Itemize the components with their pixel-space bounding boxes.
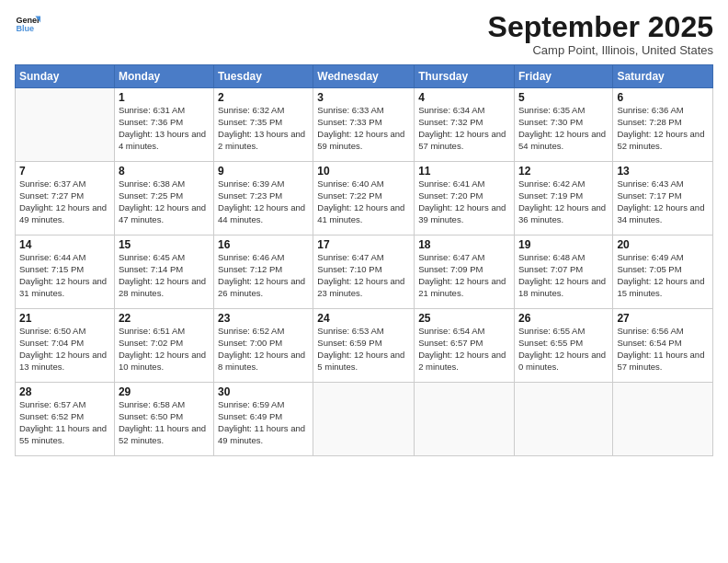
- table-row: 12Sunrise: 6:42 AMSunset: 7:19 PMDayligh…: [514, 162, 612, 236]
- day-info: Sunrise: 6:37 AMSunset: 7:27 PMDaylight:…: [19, 178, 110, 225]
- day-info: Sunrise: 6:50 AMSunset: 7:04 PMDaylight:…: [19, 326, 110, 373]
- day-number: 10: [317, 165, 410, 178]
- day-info: Sunrise: 6:36 AMSunset: 7:28 PMDaylight:…: [617, 105, 709, 152]
- col-thursday: Thursday: [415, 65, 515, 88]
- day-number: 9: [218, 165, 309, 178]
- table-row: 27Sunrise: 6:56 AMSunset: 6:54 PMDayligh…: [613, 309, 713, 383]
- table-row: 18Sunrise: 6:47 AMSunset: 7:09 PMDayligh…: [415, 236, 515, 309]
- day-number: 1: [119, 91, 210, 104]
- day-number: 15: [119, 238, 210, 251]
- table-row: 13Sunrise: 6:43 AMSunset: 7:17 PMDayligh…: [613, 162, 713, 236]
- col-monday: Monday: [114, 65, 213, 88]
- day-info: Sunrise: 6:32 AMSunset: 7:35 PMDaylight:…: [218, 105, 309, 152]
- day-info: Sunrise: 6:35 AMSunset: 7:30 PMDaylight:…: [518, 105, 609, 152]
- calendar-week-row: 28Sunrise: 6:57 AMSunset: 6:52 PMDayligh…: [16, 383, 713, 456]
- table-row: 30Sunrise: 6:59 AMSunset: 6:49 PMDayligh…: [214, 383, 313, 456]
- header: General Blue September 2025 Camp Point, …: [15, 11, 713, 57]
- month-title: September 2025: [488, 11, 713, 43]
- day-info: Sunrise: 6:59 AMSunset: 6:49 PMDaylight:…: [218, 399, 309, 446]
- day-number: 21: [19, 312, 110, 325]
- day-info: Sunrise: 6:49 AMSunset: 7:05 PMDaylight:…: [617, 252, 709, 299]
- day-info: Sunrise: 6:41 AMSunset: 7:20 PMDaylight:…: [418, 178, 510, 225]
- day-info: Sunrise: 6:34 AMSunset: 7:32 PMDaylight:…: [418, 105, 510, 152]
- day-number: 19: [518, 238, 609, 251]
- col-tuesday: Tuesday: [214, 65, 313, 88]
- day-info: Sunrise: 6:53 AMSunset: 6:59 PMDaylight:…: [317, 326, 410, 373]
- day-info: Sunrise: 6:56 AMSunset: 6:54 PMDaylight:…: [617, 326, 709, 373]
- day-info: Sunrise: 6:54 AMSunset: 6:57 PMDaylight:…: [418, 326, 510, 373]
- day-info: Sunrise: 6:46 AMSunset: 7:12 PMDaylight:…: [218, 252, 309, 299]
- table-row: [16, 88, 115, 162]
- table-row: [313, 383, 415, 456]
- calendar-week-row: 21Sunrise: 6:50 AMSunset: 7:04 PMDayligh…: [16, 309, 713, 383]
- day-info: Sunrise: 6:44 AMSunset: 7:15 PMDaylight:…: [19, 252, 110, 299]
- day-number: 6: [617, 91, 709, 104]
- day-info: Sunrise: 6:33 AMSunset: 7:33 PMDaylight:…: [317, 105, 410, 152]
- day-info: Sunrise: 6:47 AMSunset: 7:10 PMDaylight:…: [317, 252, 410, 299]
- calendar-week-row: 7Sunrise: 6:37 AMSunset: 7:27 PMDaylight…: [16, 162, 713, 236]
- day-number: 11: [418, 165, 510, 178]
- table-row: 25Sunrise: 6:54 AMSunset: 6:57 PMDayligh…: [415, 309, 515, 383]
- table-row: 11Sunrise: 6:41 AMSunset: 7:20 PMDayligh…: [415, 162, 515, 236]
- table-row: 17Sunrise: 6:47 AMSunset: 7:10 PMDayligh…: [313, 236, 415, 309]
- col-sunday: Sunday: [16, 65, 115, 88]
- day-info: Sunrise: 6:57 AMSunset: 6:52 PMDaylight:…: [19, 399, 110, 446]
- location: Camp Point, Illinois, United States: [488, 43, 713, 57]
- table-row: [415, 383, 515, 456]
- table-row: 23Sunrise: 6:52 AMSunset: 7:00 PMDayligh…: [214, 309, 313, 383]
- logo-icon: General Blue: [15, 11, 40, 37]
- table-row: 28Sunrise: 6:57 AMSunset: 6:52 PMDayligh…: [16, 383, 115, 456]
- day-info: Sunrise: 6:42 AMSunset: 7:19 PMDaylight:…: [518, 178, 609, 225]
- table-row: 2Sunrise: 6:32 AMSunset: 7:35 PMDaylight…: [214, 88, 313, 162]
- table-row: 15Sunrise: 6:45 AMSunset: 7:14 PMDayligh…: [114, 236, 213, 309]
- day-number: 8: [119, 165, 210, 178]
- table-row: 24Sunrise: 6:53 AMSunset: 6:59 PMDayligh…: [313, 309, 415, 383]
- day-number: 20: [617, 238, 709, 251]
- table-row: 4Sunrise: 6:34 AMSunset: 7:32 PMDaylight…: [415, 88, 515, 162]
- table-row: 22Sunrise: 6:51 AMSunset: 7:02 PMDayligh…: [114, 309, 213, 383]
- day-info: Sunrise: 6:51 AMSunset: 7:02 PMDaylight:…: [119, 326, 210, 373]
- table-row: 1Sunrise: 6:31 AMSunset: 7:36 PMDaylight…: [114, 88, 213, 162]
- day-number: 24: [317, 312, 410, 325]
- day-number: 29: [119, 385, 210, 398]
- calendar-week-row: 1Sunrise: 6:31 AMSunset: 7:36 PMDaylight…: [16, 88, 713, 162]
- day-number: 2: [218, 91, 309, 104]
- svg-text:Blue: Blue: [16, 24, 34, 33]
- day-number: 12: [518, 165, 609, 178]
- day-info: Sunrise: 6:45 AMSunset: 7:14 PMDaylight:…: [119, 252, 210, 299]
- day-number: 16: [218, 238, 309, 251]
- logo: General Blue: [15, 11, 40, 37]
- table-row: 16Sunrise: 6:46 AMSunset: 7:12 PMDayligh…: [214, 236, 313, 309]
- table-row: 8Sunrise: 6:38 AMSunset: 7:25 PMDaylight…: [114, 162, 213, 236]
- table-row: 20Sunrise: 6:49 AMSunset: 7:05 PMDayligh…: [613, 236, 713, 309]
- day-number: 5: [518, 91, 609, 104]
- table-row: 29Sunrise: 6:58 AMSunset: 6:50 PMDayligh…: [114, 383, 213, 456]
- table-row: 6Sunrise: 6:36 AMSunset: 7:28 PMDaylight…: [613, 88, 713, 162]
- day-number: 25: [418, 312, 510, 325]
- table-row: 26Sunrise: 6:55 AMSunset: 6:55 PMDayligh…: [514, 309, 612, 383]
- day-number: 18: [418, 238, 510, 251]
- header-row: Sunday Monday Tuesday Wednesday Thursday…: [16, 65, 713, 88]
- day-number: 4: [418, 91, 510, 104]
- table-row: 19Sunrise: 6:48 AMSunset: 7:07 PMDayligh…: [514, 236, 612, 309]
- day-number: 27: [617, 312, 709, 325]
- table-row: 7Sunrise: 6:37 AMSunset: 7:27 PMDaylight…: [16, 162, 115, 236]
- day-info: Sunrise: 6:40 AMSunset: 7:22 PMDaylight:…: [317, 178, 410, 225]
- table-row: 14Sunrise: 6:44 AMSunset: 7:15 PMDayligh…: [16, 236, 115, 309]
- day-number: 7: [19, 165, 110, 178]
- day-number: 14: [19, 238, 110, 251]
- table-row: 5Sunrise: 6:35 AMSunset: 7:30 PMDaylight…: [514, 88, 612, 162]
- table-row: [514, 383, 612, 456]
- day-info: Sunrise: 6:48 AMSunset: 7:07 PMDaylight:…: [518, 252, 609, 299]
- title-block: September 2025 Camp Point, Illinois, Uni…: [488, 11, 713, 57]
- day-info: Sunrise: 6:47 AMSunset: 7:09 PMDaylight:…: [418, 252, 510, 299]
- page: General Blue September 2025 Camp Point, …: [0, 0, 728, 563]
- day-number: 13: [617, 165, 709, 178]
- day-number: 22: [119, 312, 210, 325]
- day-number: 23: [218, 312, 309, 325]
- day-info: Sunrise: 6:31 AMSunset: 7:36 PMDaylight:…: [119, 105, 210, 152]
- table-row: 21Sunrise: 6:50 AMSunset: 7:04 PMDayligh…: [16, 309, 115, 383]
- day-number: 3: [317, 91, 410, 104]
- day-info: Sunrise: 6:58 AMSunset: 6:50 PMDaylight:…: [119, 399, 210, 446]
- table-row: 9Sunrise: 6:39 AMSunset: 7:23 PMDaylight…: [214, 162, 313, 236]
